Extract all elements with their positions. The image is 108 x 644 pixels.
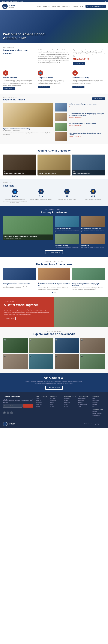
- top-social-icons[interactable]: f t y: [103, 0, 106, 2]
- joining-title: Joining Athena University: [3, 149, 105, 152]
- footer-link-donate[interactable]: Donate: [64, 406, 77, 407]
- twitter-icon[interactable]: t: [104, 0, 104, 2]
- footer-link-partners[interactable]: Partners: [92, 404, 105, 405]
- footer-link-faculty[interactable]: Faculty: [50, 402, 63, 403]
- student-resources-button[interactable]: STUDENT'S RESOURCES: [85, 5, 106, 8]
- footer-link-staff[interactable]: Staff: [50, 404, 63, 405]
- social-item-4[interactable]: 📷: [80, 338, 105, 353]
- facebook-icon[interactable]: f: [103, 0, 103, 2]
- nav-about[interactable]: About Us: [43, 6, 50, 7]
- news-dot-1[interactable]: [52, 292, 53, 294]
- footer-link-parking[interactable]: Parking: [78, 402, 91, 403]
- mission-title: Learn more about our mission: [3, 49, 35, 55]
- news-label: LATEST FROM ATHENA: [3, 261, 105, 262]
- footer-col-work-list: Careers Faculty Positions Staff Position…: [92, 411, 105, 416]
- footer-link-story[interactable]: Our Story: [50, 398, 63, 399]
- footer-link-resources[interactable]: Resources: [64, 402, 77, 403]
- social-item-5[interactable]: 📷: [3, 354, 28, 369]
- footer-linkedin-icon[interactable]: in: [10, 412, 13, 414]
- mission-learn-more-1[interactable]: LEARN MORE +: [3, 87, 15, 90]
- joining-card-3[interactable]: 03 Biology and technology: [72, 154, 105, 176]
- social-item-6[interactable]: 📷: [29, 354, 53, 369]
- sharing-item-title-1: City experience program: [55, 228, 79, 229]
- footer-link-alumni[interactable]: Alumni: [36, 406, 49, 407]
- footer-link-volunteer[interactable]: Volunteer: [92, 402, 105, 403]
- footer-facebook-icon[interactable]: f: [3, 412, 6, 414]
- social-item-3[interactable]: 📷: [55, 338, 79, 353]
- footer-link-faculty-positions[interactable]: Faculty Positions: [92, 413, 105, 414]
- top-link-bookstore[interactable]: Book Store: [2, 0, 9, 2]
- joining-card-1[interactable]: 01 Management & engineering: [3, 154, 36, 176]
- footer-link-faq[interactable]: FAQ: [92, 406, 105, 407]
- footer-newsletter: Join Our Newsletter Sign up to receive t…: [0, 392, 108, 420]
- top-link-admin[interactable]: Administration: [11, 0, 19, 2]
- footer-link-contact[interactable]: Contact: [50, 406, 63, 407]
- join-desc: Athena is committed to a tradition of fo…: [24, 381, 84, 384]
- news-dot-2[interactable]: [53, 292, 55, 294]
- footer-link-programs[interactable]: Programs: [64, 398, 77, 399]
- nav-home[interactable]: Home: [37, 6, 41, 7]
- explore-item-1: Aiming for space: why eyes on a new plan…: [55, 103, 105, 112]
- footer-link-staff-positions[interactable]: Staff Positions: [92, 415, 105, 416]
- nav-news[interactable]: News: [80, 6, 84, 7]
- better-find-more-button[interactable]: FIND MORE +: [4, 317, 16, 320]
- nav-admissions[interactable]: Admissions: [62, 6, 71, 7]
- social-section: FOLLOW @ATHENA Explore #Athena on social…: [0, 327, 108, 373]
- joining-card-2[interactable]: 02 Physics and technology: [37, 154, 71, 176]
- news-card-1: by Mark Smith — Jan 05, 2017 Finding Com…: [3, 268, 36, 290]
- footer-link-about[interactable]: About Us: [36, 400, 49, 401]
- news-dot-3[interactable]: [55, 292, 57, 294]
- news-section: LATEST FROM ATHENA The latest from Athen…: [0, 257, 108, 297]
- footer-link-events[interactable]: Events: [64, 400, 77, 401]
- sharing-see-more-button[interactable]: SEE OUR MORE +: [45, 250, 63, 254]
- better-title: A Better World Together: [4, 303, 50, 307]
- mission-card-title-2: Our global network: [38, 77, 70, 78]
- footer-link-map[interactable]: Campus Map: [78, 398, 91, 399]
- newsletter-subscribe-button[interactable]: SUBSCRIBE: [23, 404, 33, 408]
- social-item-1[interactable]: 📷: [3, 338, 28, 353]
- explore-see-all-button[interactable]: SEE ALL NEWS +: [92, 98, 105, 100]
- footer-twitter-icon[interactable]: t: [7, 412, 9, 414]
- top-bar-links[interactable]: Book Store Administration Help: [2, 0, 23, 2]
- mission-learn-more-3[interactable]: LEARN MORE +: [72, 86, 84, 88]
- footer-link-admissions[interactable]: Admissions: [36, 404, 49, 405]
- mission-card-3: ◆ Global responsibility You spend time g…: [72, 70, 105, 90]
- nav-academics[interactable]: Academics: [51, 6, 60, 7]
- footer-link-home[interactable]: Home: [36, 398, 49, 399]
- footer-link-directions[interactable]: Directions: [78, 400, 91, 401]
- footer-link-scholarships[interactable]: Scholarships: [92, 400, 105, 401]
- sharing-section: SHARE EXPERIENCES Sharing Experiences Tw…: [0, 206, 108, 257]
- news-card-title-1: Finding Community in Lauren Brooks The: [3, 283, 36, 285]
- social-item-7[interactable]: 📷: [55, 354, 79, 369]
- footer-link-academics[interactable]: Academics: [36, 402, 49, 403]
- youtube-icon[interactable]: y: [105, 0, 106, 2]
- mission-card-text-3: You spend time getting great impression …: [72, 79, 105, 84]
- footer-link-support[interactable]: Support: [64, 404, 77, 405]
- nav-alumni[interactable]: Alumni: [73, 6, 78, 7]
- social-item-2[interactable]: 📷: [29, 338, 53, 353]
- mission-card-2: 🌐 Our global network We have a substanti…: [38, 70, 70, 90]
- hero-text: Welcome to Athena School & Studio in NY: [3, 32, 48, 40]
- footer-col-visiting: Visiting Athena Campus Map Directions Pa…: [78, 395, 91, 417]
- news-image-3: [72, 268, 105, 280]
- mission-divider: [3, 67, 105, 68]
- footer-link-accommodation[interactable]: Accommodation: [78, 404, 91, 405]
- sharing-title: Sharing Experiences: [3, 211, 105, 214]
- instagram-icon-7: 📷: [55, 355, 57, 357]
- footer-link-careers[interactable]: Careers: [92, 411, 105, 412]
- footer-link-tours[interactable]: Tours: [78, 406, 91, 407]
- find-out-more-button[interactable]: FIND OUT MORE +: [45, 386, 63, 390]
- top-link-help[interactable]: Help: [21, 0, 23, 2]
- newsletter-email-input[interactable]: [3, 404, 23, 408]
- footer-link-leadership[interactable]: Leadership: [50, 400, 63, 401]
- news-card-desc-1: Lorem ipsum dolor sit amet, consectetur …: [3, 285, 36, 288]
- mission-learn-more-2[interactable]: LEARN MORE +: [38, 86, 50, 88]
- explore-item-image-3: [55, 123, 67, 131]
- social-item-8[interactable]: 📷: [80, 354, 105, 369]
- svg-text:A: A: [4, 6, 6, 7]
- footer-link-give[interactable]: Give: [92, 398, 105, 399]
- footer-copyright: © 2017 Athena University. All rights res…: [84, 424, 105, 424]
- contact-button[interactable]: CONTACT US: [73, 62, 85, 65]
- footer-col-about-list: Our Story Leadership Faculty Staff Conta…: [50, 398, 63, 407]
- fact-icon-4: 🏆: [90, 189, 96, 194]
